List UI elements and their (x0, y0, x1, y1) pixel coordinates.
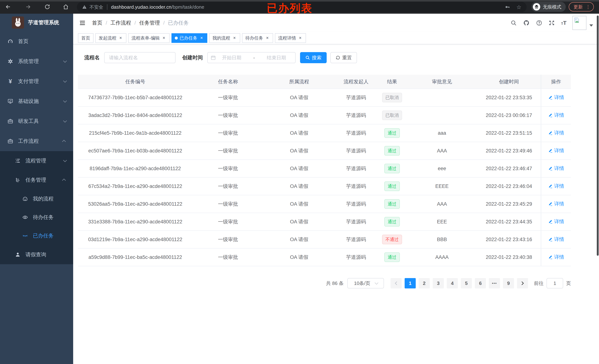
process-name-input[interactable] (104, 52, 176, 63)
sidebar-item-devtools[interactable]: 研发工具 (0, 111, 73, 131)
font-size-icon[interactable]: TT (561, 20, 566, 26)
browser-menu-icon[interactable]: ⋮ (586, 4, 590, 10)
page-button-4[interactable]: 4 (447, 278, 458, 288)
edit-pen-icon (548, 148, 553, 153)
status-badge: 通过 (384, 199, 400, 209)
start-date-input[interactable] (216, 55, 247, 61)
status-badge: 不通过 (382, 235, 402, 244)
browser-update-button[interactable]: 更新 ⋮ (569, 2, 594, 11)
task-process: OA 请假 (264, 213, 335, 231)
detail-link[interactable]: 详情 (548, 130, 564, 136)
detail-link[interactable]: 详情 (548, 236, 564, 243)
edit-pen-icon (548, 113, 553, 117)
tab-todo-tasks[interactable]: 待办任务× (242, 33, 273, 43)
edit-pen-icon (548, 219, 553, 224)
sidebar-item-system[interactable]: 系统管理 (0, 51, 73, 71)
sidebar-item-leave-query[interactable]: 请假查询 (0, 245, 73, 264)
close-icon[interactable]: × (118, 36, 123, 40)
eye-closed-icon (22, 233, 28, 239)
tab-home[interactable]: 首页 (78, 33, 94, 43)
bookmark-star-icon[interactable]: ☆ (516, 4, 521, 10)
detail-link[interactable]: 详情 (548, 147, 564, 154)
task-starter: 芋道源码 (335, 160, 377, 178)
sidebar-item-done-tasks[interactable]: 已办任务 (0, 227, 73, 245)
home-icon (63, 4, 69, 10)
sidebar-item-workflow[interactable]: 工作流程 (0, 131, 73, 151)
sidebar-item-payment[interactable]: ¥ 支付管理 (0, 71, 73, 91)
detail-link[interactable]: 详情 (548, 254, 564, 260)
fullscreen-icon[interactable] (549, 20, 555, 26)
detail-link[interactable]: 详情 (548, 218, 564, 225)
browser-reload-button[interactable] (42, 2, 53, 12)
tab-done-tasks[interactable]: 已办任务× (171, 33, 207, 43)
sidebar-item-home[interactable]: 首页 (0, 31, 73, 51)
sidebar-item-my-process[interactable]: 我的流程 (0, 190, 73, 208)
more-pages-button[interactable]: ••• (489, 278, 500, 288)
task-time: 2022-01-22 23:45:29 (477, 195, 541, 213)
page-size-select[interactable]: 10条/页 (347, 278, 384, 288)
detail-link[interactable]: 详情 (548, 200, 564, 207)
close-icon[interactable]: × (161, 36, 166, 40)
task-id: 53026aa5-7b9a-11ec-a290-acde48001122 (78, 195, 193, 213)
sidebar-logo[interactable]: 芋道管理系统 (0, 14, 73, 31)
detail-link[interactable]: 详情 (548, 94, 564, 101)
end-date-input[interactable] (261, 55, 292, 61)
tab-form-edit[interactable]: 流程表单-编辑× (128, 33, 170, 43)
sidebar-item-label: 我的流程 (33, 195, 66, 202)
hamburger-icon (79, 20, 86, 26)
reset-button[interactable]: 重置 (330, 52, 357, 63)
breadcrumb-workflow[interactable]: 工作流程 (110, 19, 131, 27)
tab-start-process[interactable]: 发起流程× (95, 33, 126, 43)
close-icon[interactable]: × (232, 36, 237, 40)
task-id: 8196daff-7b9a-11ec-a290-acde48001122 (78, 160, 193, 178)
task-comment: AAA (407, 142, 477, 160)
date-range-picker[interactable]: - (207, 52, 296, 63)
detail-link[interactable]: 详情 (548, 183, 564, 189)
goto-page-input[interactable] (546, 278, 563, 288)
task-comment: AAAA (407, 248, 477, 266)
browser-home-button[interactable] (61, 2, 71, 12)
detail-link[interactable]: 详情 (548, 165, 564, 172)
close-icon[interactable]: × (298, 36, 303, 40)
page-button-5[interactable]: 5 (461, 278, 472, 288)
top-navbar: 首页 / 工作流程 / 任务管理 / 已办任务 (73, 14, 599, 32)
breadcrumb-task-mgmt[interactable]: 任务管理 (139, 19, 160, 27)
avatar[interactable] (573, 16, 586, 30)
prev-page-button[interactable] (391, 278, 402, 288)
task-name: 一级审批 (193, 142, 264, 160)
sidebar-item-label: 工作流程 (18, 138, 60, 145)
sidebar-collapse-button[interactable] (79, 20, 86, 26)
tab-my-process[interactable]: 我的流程× (209, 33, 240, 43)
detail-link[interactable]: 详情 (548, 112, 564, 118)
page-scrollbar[interactable] (597, 16, 599, 256)
task-starter: 芋道源码 (335, 213, 377, 231)
password-key-icon[interactable] (505, 4, 511, 10)
avatar-caret-icon[interactable] (589, 24, 593, 27)
sidebar-item-todo-tasks[interactable]: 待办任务 (0, 208, 73, 227)
browser-back-button[interactable] (3, 2, 13, 12)
search-button[interactable]: 搜索 (300, 52, 327, 63)
close-icon[interactable]: × (199, 36, 204, 40)
table-row: a59c9d88-7b99-11ec-ba5c-acde48001122 一级审… (78, 248, 571, 266)
chevron-right-icon (520, 281, 524, 285)
tags-view-bar: 首页 发起流程× 流程表单-编辑× 已办任务× 我的流程× 待办任务× 流程详情… (73, 32, 599, 44)
pagination: 共 86 条 10条/页 1 2 3 4 5 6 ••• 9 前往 (78, 278, 571, 288)
next-page-button[interactable] (517, 278, 528, 288)
sidebar-item-process-mgmt[interactable]: 流程管理 (0, 151, 73, 170)
breadcrumb-home[interactable]: 首页 (92, 19, 102, 27)
close-icon[interactable]: × (265, 36, 270, 40)
task-comment (407, 107, 477, 124)
page-button-6[interactable]: 6 (475, 278, 486, 288)
page-button-9[interactable]: 9 (503, 278, 514, 288)
sidebar-item-infra[interactable]: 基础设施 (0, 91, 73, 111)
help-question-icon[interactable] (536, 20, 542, 26)
page-button-3[interactable]: 3 (433, 278, 444, 288)
page-button-2[interactable]: 2 (419, 278, 430, 288)
task-process: OA 请假 (264, 160, 335, 178)
browser-forward-button[interactable] (23, 2, 33, 12)
github-icon[interactable] (523, 20, 530, 26)
header-search-icon[interactable] (511, 20, 517, 26)
sidebar-item-task-mgmt[interactable]: 任务管理 (0, 170, 73, 190)
page-button-1[interactable]: 1 (405, 278, 416, 288)
tab-process-detail[interactable]: 流程详情× (275, 33, 306, 43)
